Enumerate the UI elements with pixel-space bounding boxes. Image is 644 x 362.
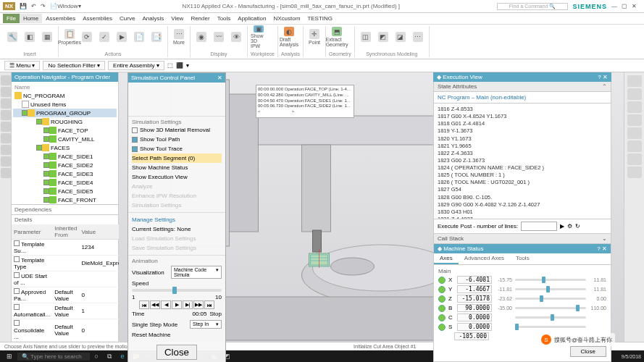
exec-x1-icon[interactable]: ⚙ <box>567 223 572 230</box>
rs-1-icon[interactable] <box>627 75 642 87</box>
generate-icon[interactable]: ⟳ <box>79 27 95 47</box>
rb-extra2-icon[interactable] <box>1 156 11 167</box>
tree-unused[interactable]: Unused Items <box>13 100 117 109</box>
selection-filter[interactable]: No Selection Filter ▾ <box>43 61 105 70</box>
select-path-segment[interactable]: Select Path Segment (0) <box>132 153 222 163</box>
sel-tool-3[interactable]: ▾ <box>186 62 189 69</box>
sim-op-log[interactable]: 00:00:00.000 Operation:FACE_TOP (Line: 1… <box>256 85 354 118</box>
rb-browser-icon[interactable] <box>1 122 11 132</box>
show-machine-status-link[interactable]: Show Machine Status <box>132 163 222 172</box>
ms-help-icon[interactable]: ? <box>597 245 600 252</box>
menu-dropdown[interactable]: ☰ Menu ▾ <box>4 61 40 70</box>
sim-panel-header[interactable]: Simulation Control Panel✕ <box>128 73 225 83</box>
details-row[interactable]: Template TypeDieMold_Express <box>12 256 129 272</box>
tree-face_top[interactable]: FACE_TOP <box>13 126 117 135</box>
sim-panel-close-icon[interactable]: ✕ <box>217 75 222 81</box>
tree-faces[interactable]: FACES <box>13 143 117 152</box>
menu-analysis[interactable]: Analysis <box>138 14 167 23</box>
chk-material-removal[interactable]: Show 3D Material Removal <box>132 125 222 135</box>
menu-file[interactable]: File <box>3 14 20 23</box>
disp-show-icon[interactable]: 👁 <box>228 27 244 47</box>
rs-5-icon[interactable] <box>627 127 642 139</box>
axis-slider[interactable] <box>515 326 586 328</box>
exec-view-header[interactable]: ◆ Execution View? ✕ <box>433 72 611 82</box>
taskview-icon[interactable]: ⧉ <box>103 351 116 361</box>
tree-face_side5[interactable]: FACE_SIDE5 <box>13 187 117 195</box>
close-icon[interactable]: ✕ <box>632 3 637 9</box>
minimize-icon[interactable]: — <box>611 3 617 9</box>
axis-slider[interactable] <box>515 316 586 319</box>
more-icon[interactable]: ⋯More <box>171 27 187 47</box>
axis-slider[interactable] <box>515 288 586 290</box>
extract-geom-icon[interactable]: ⬒Extract Geometry <box>329 27 345 47</box>
rs-3-icon[interactable] <box>627 101 642 113</box>
menu-nxcustom[interactable]: NXcustom <box>269 14 304 23</box>
step-fwd-icon[interactable]: ▶| <box>183 300 193 309</box>
rb-nav-icon[interactable] <box>1 75 11 85</box>
sel-tool-1[interactable]: ⬚ <box>167 62 173 69</box>
tree-program-group[interactable]: PROGRAM_GROUP <box>13 109 117 117</box>
exec-run-icon[interactable]: ▶ <box>560 223 564 230</box>
rewind-icon[interactable]: ◀◀ <box>150 300 160 309</box>
undo-icon[interactable]: ↶ <box>31 3 36 9</box>
ms-tab-advanced[interactable]: Advanced Axes <box>459 253 510 264</box>
selection-scope[interactable]: Entire Assembly ▾ <box>108 61 164 70</box>
play-icon[interactable]: ▶ <box>172 300 182 309</box>
tree-nc-program[interactable]: NC_PROGRAM <box>13 91 117 100</box>
rb-roles-icon[interactable] <box>1 133 11 143</box>
state-attributes-header[interactable]: State Attributes⌃ <box>433 82 611 92</box>
maximize-icon[interactable]: ▢ <box>622 3 627 9</box>
rs-6-icon[interactable] <box>627 140 642 152</box>
menu-home[interactable]: Home <box>20 14 42 23</box>
exec-close-icon[interactable]: ✕ <box>603 74 608 80</box>
tree-cavity_mill[interactable]: CAVITY_MILL <box>13 135 117 143</box>
disp-path-icon[interactable]: 〰 <box>211 27 227 47</box>
tree-face_side3[interactable]: FACE_SIDE3 <box>13 169 117 178</box>
taskbar-search[interactable]: 🔍 Type here to search <box>17 353 90 361</box>
properties-icon[interactable]: 📋Properties <box>62 27 78 47</box>
shop-icon[interactable]: 📑 <box>149 27 164 47</box>
details-row[interactable]: Automaticall...Default Value1 <box>12 303 129 319</box>
tree-face_side2[interactable]: FACE_SIDE2 <box>13 161 117 169</box>
axis-slider[interactable] <box>515 298 586 300</box>
rs-8-icon[interactable] <box>627 167 642 178</box>
create-geom-icon[interactable]: ◧ <box>22 27 38 47</box>
ms-header[interactable]: ◆ Machine Status? ✕ <box>434 244 611 253</box>
disp-geom-icon[interactable]: ◉ <box>193 27 209 47</box>
manage-settings-link[interactable]: Manage Settings <box>132 215 222 224</box>
window-dropdown[interactable]: 📄 Window ▾ <box>50 3 80 9</box>
sync-more-icon[interactable]: ⋯ <box>410 27 426 47</box>
show-ipw-icon[interactable]: ▣Show 3D IPW <box>251 27 267 47</box>
chk-tool-trace[interactable]: Show Tool Trace <box>132 144 222 153</box>
step-back-icon[interactable]: ◀ <box>161 300 171 309</box>
sync2-icon[interactable]: ◩ <box>375 27 391 47</box>
chk-tool-path[interactable]: Show Tool Path <box>132 135 222 144</box>
details-row[interactable]: UDE Start of ... <box>12 272 129 287</box>
verify-icon[interactable]: ✓ <box>96 27 112 47</box>
post-icon[interactable]: 📄 <box>131 27 147 47</box>
command-finder[interactable]: Find a Command 🔍 <box>497 3 569 10</box>
draft-analysis-icon[interactable]: ◐Draft Analysis <box>281 27 297 47</box>
exec-help-icon[interactable]: ? <box>598 74 601 80</box>
details-row[interactable]: Consolidate ...Default Value0 <box>12 319 129 342</box>
tree-face_front[interactable]: FACE_FRONT <box>13 195 117 204</box>
tree-face_side1[interactable]: FACE_SIDE1 <box>13 152 117 161</box>
call-stack-header[interactable]: Call Stack⌄ <box>433 234 611 244</box>
rb-reuse-icon[interactable] <box>1 98 11 109</box>
menu-render[interactable]: Render <box>187 14 213 23</box>
ms-tab-tools[interactable]: Tools <box>510 253 535 264</box>
menu-assemblies2[interactable]: Assemblies <box>79 14 116 23</box>
create-tool-icon[interactable]: 🔧 <box>4 27 20 47</box>
speed-slider[interactable] <box>132 289 222 292</box>
axis-slider[interactable] <box>515 279 586 281</box>
cortana-icon[interactable]: ○ <box>90 351 103 361</box>
reset-machine-link[interactable]: Reset Machine <box>132 330 222 340</box>
sim-close-button[interactable]: Close <box>156 345 197 360</box>
sel-tool-2[interactable]: ⬛ <box>176 62 183 69</box>
start-icon[interactable]: ⊞ <box>3 351 16 361</box>
menu-view[interactable]: View <box>167 14 187 23</box>
rb-extra3-icon[interactable] <box>1 168 11 178</box>
ms-tab-axes[interactable]: Axes <box>434 253 459 264</box>
details-row[interactable]: Approved Pa...Default Value0 <box>12 287 129 303</box>
stop-button[interactable]: Stop <box>210 311 222 317</box>
